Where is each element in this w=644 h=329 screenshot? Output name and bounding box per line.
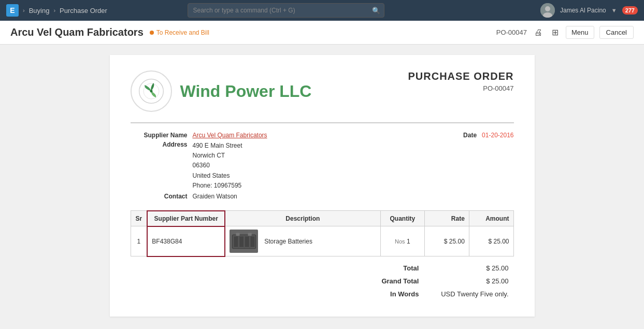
svg-rect-8 <box>239 236 244 247</box>
company-logo <box>131 70 172 112</box>
supplier-name-value[interactable]: Arcu Vel Quam Fabricators <box>193 132 267 139</box>
address-line5: Phone: 10967595 <box>193 181 242 191</box>
address-line2: Norwich CT <box>193 151 242 161</box>
info-left: Supplier Name Arcu Vel Quam Fabricators … <box>131 132 322 202</box>
col-header-amount: Amount <box>469 211 513 226</box>
main-content: Wind Power LLC PURCHASE ORDER PO-00047 S… <box>0 45 644 327</box>
status-dot <box>150 31 154 35</box>
document-wrapper: Wind Power LLC PURCHASE ORDER PO-00047 S… <box>110 55 535 317</box>
col-header-quantity: Quantity <box>380 211 425 226</box>
address-row: Address 490 E Main Street Norwich CT 063… <box>131 141 322 191</box>
search-icon: 🔍 <box>372 7 380 15</box>
date-label: Date <box>463 132 477 139</box>
svg-rect-10 <box>250 236 255 247</box>
table-cell-part-number[interactable]: BF438G84 <box>147 226 225 256</box>
date-value: 01-20-2016 <box>482 132 513 139</box>
qty-number: 1 <box>407 238 410 245</box>
svg-rect-11 <box>236 233 239 235</box>
qty-unit: Nos <box>395 238 405 245</box>
in-words-row: In Words USD Twenty Five only. <box>370 288 513 300</box>
app-logo[interactable]: E <box>6 4 19 17</box>
totals-table: Total $ 25.00 Grand Total $ 25.00 In Wor… <box>369 261 514 301</box>
table-header-row: Sr Supplier Part Number Description Quan… <box>131 211 513 226</box>
company-logo-area: Wind Power LLC <box>131 70 312 112</box>
table-cell-rate: $ 25.00 <box>425 226 469 256</box>
in-words-label: In Words <box>370 288 423 300</box>
svg-rect-7 <box>234 236 238 247</box>
totals-section: Total $ 25.00 Grand Total $ 25.00 In Wor… <box>131 261 514 301</box>
table-cell-description: Storage Batteries <box>225 226 380 256</box>
table-cell-sr: 1 <box>131 226 147 256</box>
top-navigation: E › Buying › Purchase Order 🔍 James Al P… <box>0 0 644 21</box>
address-block: 490 E Main Street Norwich CT 06360 Unite… <box>193 141 242 191</box>
grand-total-label: Grand Total <box>370 275 423 287</box>
svg-rect-9 <box>245 236 249 247</box>
wind-logo-svg <box>138 78 164 104</box>
breadcrumb-chevron-2: › <box>53 7 55 13</box>
address-line4: United States <box>193 171 242 181</box>
contact-label: Contact <box>131 193 193 200</box>
product-image <box>230 230 258 253</box>
grid-view-button[interactable]: ⊞ <box>550 26 561 38</box>
document-header: Wind Power LLC PURCHASE ORDER PO-00047 <box>131 70 514 112</box>
col-header-part-number: Supplier Part Number <box>147 211 225 226</box>
subheader-left: Arcu Vel Quam Fabricators To Receive and… <box>10 26 209 38</box>
doc-type-title: PURCHASE ORDER <box>408 70 513 82</box>
company-name: Wind Power LLC <box>180 82 312 101</box>
table-cell-quantity: Nos 1 <box>380 226 425 256</box>
col-header-rate: Rate <box>425 211 469 226</box>
info-grid: Supplier Name Arcu Vel Quam Fabricators … <box>131 132 514 202</box>
user-name[interactable]: James Al Pacino <box>560 7 606 14</box>
col-header-sr: Sr <box>131 211 147 226</box>
total-label: Total <box>370 262 423 274</box>
info-right: Date 01-20-2016 <box>322 132 514 202</box>
address-label: Address <box>131 141 193 191</box>
doc-po-number: PO-00047 <box>408 84 513 92</box>
breadcrumb-buying[interactable]: Buying <box>29 7 50 15</box>
table-row: 1 BF438G84 <box>131 226 513 256</box>
avatar <box>540 3 555 18</box>
subheader: Arcu Vel Quam Fabricators To Receive and… <box>0 21 644 45</box>
supplier-name-label: Supplier Name <box>131 132 193 139</box>
search-input[interactable] <box>188 3 384 18</box>
svg-point-1 <box>545 6 550 11</box>
breadcrumb-purchase-order[interactable]: Purchase Order <box>60 7 107 15</box>
print-button[interactable]: 🖨 <box>532 27 545 38</box>
doc-type-block: PURCHASE ORDER PO-00047 <box>408 70 513 92</box>
address-line1: 490 E Main Street <box>193 141 242 151</box>
grand-total-row: Grand Total $ 25.00 <box>370 275 513 287</box>
topnav-right: James Al Pacino ▼ 277 <box>540 3 638 18</box>
user-dropdown-icon[interactable]: ▼ <box>611 7 617 13</box>
breadcrumb-chevron-1: › <box>23 7 25 13</box>
status-badge: To Receive and Bill <box>150 29 209 36</box>
subheader-right: PO-00047 🖨 ⊞ Menu Cancel <box>496 26 634 39</box>
total-value: $ 25.00 <box>424 262 512 274</box>
po-number: PO-00047 <box>496 28 527 36</box>
notification-badge[interactable]: 277 <box>622 6 638 15</box>
desc-cell: Storage Batteries <box>230 230 376 253</box>
menu-button[interactable]: Menu <box>566 26 594 39</box>
supplier-name-row: Supplier Name Arcu Vel Quam Fabricators <box>131 132 322 139</box>
svg-point-5 <box>150 90 152 93</box>
page-title: Arcu Vel Quam Fabricators <box>10 26 144 38</box>
grand-total-value: $ 25.00 <box>424 275 512 287</box>
col-header-description: Description <box>225 211 380 226</box>
address-line3: 06360 <box>193 161 242 170</box>
table-cell-amount: $ 25.00 <box>469 226 513 256</box>
po-table: Sr Supplier Part Number Description Quan… <box>131 210 514 257</box>
battery-svg <box>231 231 257 252</box>
total-row: Total $ 25.00 <box>370 262 513 274</box>
contact-value: Graiden Watson <box>193 193 237 200</box>
in-words-value: USD Twenty Five only. <box>424 288 512 300</box>
product-description: Storage Batteries <box>264 238 312 245</box>
contact-row: Contact Graiden Watson <box>131 193 322 200</box>
svg-rect-12 <box>248 233 251 235</box>
search-bar: 🔍 <box>188 3 384 18</box>
header-divider <box>131 122 514 123</box>
status-text: To Receive and Bill <box>156 29 209 36</box>
cancel-button[interactable]: Cancel <box>599 26 634 39</box>
